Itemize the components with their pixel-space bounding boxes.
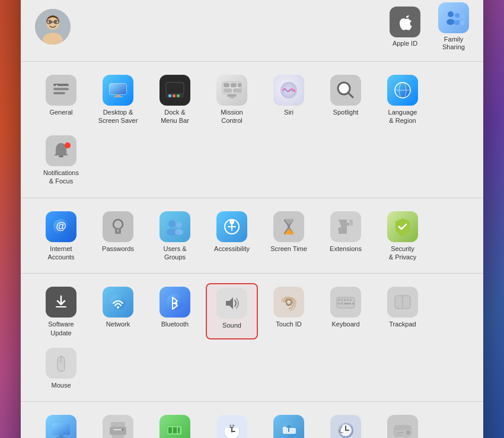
svg-rect-53 — [59, 155, 63, 157]
mouse-icon — [46, 348, 76, 379]
avatar-image — [35, 9, 71, 45]
section-row3: Software Update — [21, 274, 483, 402]
svg-rect-77 — [338, 299, 340, 301]
svg-point-14 — [49, 21, 51, 23]
svg-point-20 — [446, 19, 455, 25]
section-row1: General — [21, 62, 483, 198]
svg-rect-40 — [231, 83, 237, 87]
svg-rect-42 — [224, 88, 232, 93]
svg-point-15 — [55, 21, 57, 23]
pref-item-internet[interactable]: @ Internet Accounts — [35, 208, 87, 264]
svg-rect-98 — [182, 428, 184, 433]
svg-rect-85 — [352, 303, 354, 304]
screentime-label: Screen Time — [270, 245, 307, 253]
pref-item-displays[interactable]: Displays — [35, 411, 87, 438]
pref-item-softupdate[interactable]: Software Update — [35, 283, 87, 339]
pref-item-language[interactable]: Language & Region — [377, 71, 429, 128]
svg-point-96 — [122, 429, 124, 431]
language-label: Language & Region — [388, 108, 417, 125]
pref-item-siri[interactable]: Siri — [263, 71, 315, 128]
pref-item-timemachine[interactable]: Time Machine — [320, 411, 372, 438]
svg-rect-37 — [177, 94, 180, 97]
svg-rect-43 — [233, 88, 241, 93]
pref-item-desktop[interactable]: Desktop & Screen Saver — [92, 71, 144, 128]
timemachine-icon — [330, 415, 361, 438]
pref-item-dock[interactable]: Dock & Menu Bar — [149, 71, 201, 128]
passwords-label: Passwords — [102, 245, 134, 253]
system-preferences-window: ‹ › System Preferences — [21, 0, 483, 438]
avatar[interactable] — [35, 9, 71, 45]
pref-item-spotlight[interactable]: Spotlight — [320, 71, 372, 128]
pref-item-battery[interactable]: Battery — [149, 411, 201, 438]
sound-label: Sound — [222, 321, 241, 329]
svg-rect-81 — [350, 299, 352, 301]
svg-rect-83 — [341, 303, 343, 304]
svg-rect-82 — [338, 303, 340, 304]
apple-logo-icon — [395, 12, 414, 31]
pref-grid-row4: Displays Printers & Scanners — [35, 411, 469, 438]
svg-rect-79 — [344, 299, 346, 301]
printers-icon — [103, 415, 133, 438]
security-label: Security & Privacy — [389, 245, 416, 262]
pref-item-sound[interactable]: Sound — [206, 283, 258, 339]
pref-item-accessibility[interactable]: Accessibility — [206, 208, 258, 264]
pref-item-keyboard[interactable]: Keyboard — [320, 283, 372, 339]
battery-icon — [160, 415, 190, 438]
internet-label: Internet Accounts — [47, 245, 74, 262]
svg-rect-92 — [111, 422, 125, 427]
accessibility-label: Accessibility — [214, 245, 250, 253]
apple-id-icon[interactable]: Apple ID — [390, 7, 420, 47]
pref-item-mouse[interactable]: Mouse — [35, 344, 87, 392]
svg-rect-95 — [113, 429, 123, 430]
language-icon — [387, 75, 418, 106]
notifications-icon — [46, 135, 76, 166]
pref-item-bluetooth[interactable]: Bluetooth — [149, 283, 201, 339]
family-sharing-icon[interactable]: Family Sharing — [438, 2, 469, 51]
pref-item-notifications[interactable]: Notifications & Focus — [35, 132, 87, 188]
pref-item-trackpad[interactable]: Trackpad — [377, 283, 429, 339]
svg-rect-39 — [224, 83, 229, 87]
svg-rect-28 — [56, 85, 58, 87]
passwords-icon — [103, 211, 133, 242]
apple-id-label: Apple ID — [393, 40, 417, 47]
svg-rect-44 — [227, 94, 237, 97]
pref-item-network[interactable]: Network — [92, 283, 144, 339]
softupdate-label: Software Update — [48, 320, 74, 337]
pref-item-passwords[interactable]: Passwords — [92, 208, 144, 264]
svg-rect-30 — [110, 84, 126, 94]
svg-point-21 — [455, 13, 460, 18]
svg-point-23 — [461, 15, 464, 18]
pref-item-users[interactable]: Users & Groups — [149, 208, 201, 264]
pref-item-date[interactable]: 17 Date & Time — [206, 411, 258, 438]
touchid-label: Touch ID — [276, 320, 301, 328]
screentime-icon — [273, 211, 304, 242]
svg-line-48 — [348, 93, 353, 97]
dock-icon — [160, 75, 190, 106]
svg-point-60 — [168, 220, 176, 227]
pref-item-mission[interactable]: Mission Control — [206, 71, 258, 128]
svg-text:@: @ — [56, 220, 66, 232]
pref-grid-row2: @ Internet Accounts Passwords — [35, 208, 469, 264]
mouse-label: Mouse — [51, 381, 71, 389]
svg-point-57 — [113, 220, 123, 229]
displays-icon — [46, 415, 76, 438]
pref-item-touchid[interactable]: Touch ID — [263, 283, 315, 339]
pref-item-startup[interactable]: Startup Disk — [377, 411, 429, 438]
bluetooth-label: Bluetooth — [161, 320, 189, 328]
svg-rect-99 — [168, 427, 172, 433]
touchid-icon — [273, 287, 304, 318]
pref-item-screentime[interactable]: Screen Time — [263, 208, 315, 264]
pref-item-security[interactable]: Security & Privacy — [377, 208, 429, 264]
spotlight-label: Spotlight — [333, 108, 359, 116]
pref-item-general[interactable]: General — [35, 71, 87, 128]
pref-item-extensions[interactable]: Extensions — [320, 208, 372, 264]
pref-grid-row1: General — [35, 71, 469, 188]
sharing-icon — [273, 415, 304, 438]
svg-point-63 — [175, 229, 183, 235]
profile-icons: Apple ID Family Sharing — [390, 2, 469, 51]
pref-item-sharing[interactable]: Sharing — [263, 411, 315, 438]
svg-rect-114 — [394, 426, 411, 430]
pref-grid-row3: Software Update — [35, 283, 469, 392]
pref-item-printers[interactable]: Printers & Scanners — [92, 411, 144, 438]
extensions-label: Extensions — [330, 245, 362, 253]
